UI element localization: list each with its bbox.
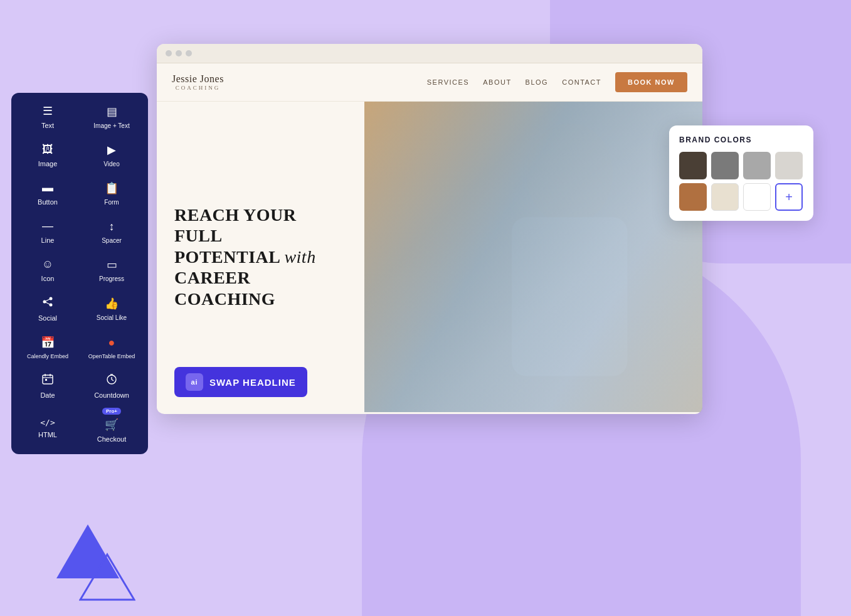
ai-badge: ai: [186, 373, 203, 391]
swatch-medium-gray[interactable]: [711, 152, 739, 179]
sidebar-item-social-like-label: Social Like: [97, 314, 127, 321]
sidebar-item-spacer[interactable]: ↕ Spacer: [80, 213, 143, 250]
browser-content: Jessie Jones COACHING SERVICES ABOUT BLO…: [157, 63, 702, 412]
brand-colors-title: BRAND COLORS: [679, 135, 803, 144]
sidebar-item-checkout-label: Checkout: [97, 435, 126, 443]
video-icon: ▶: [107, 143, 116, 157]
sidebar-item-line[interactable]: — Line: [16, 213, 79, 250]
social-icon: [42, 296, 53, 311]
sidebar-item-button-label: Button: [38, 198, 58, 206]
headline-line3: CAREER COACHING: [174, 268, 275, 309]
color-swatches: +: [679, 152, 803, 211]
html-icon: </>: [40, 418, 55, 427]
sidebar-item-text[interactable]: ☰ Text: [16, 98, 79, 135]
sidebar-item-icon[interactable]: ☺ Icon: [16, 252, 79, 289]
browser-window: Jessie Jones COACHING SERVICES ABOUT BLO…: [157, 44, 702, 414]
svg-marker-0: [80, 555, 134, 600]
sidebar-item-html[interactable]: </> HTML: [16, 406, 79, 449]
swatch-dark-brown[interactable]: [679, 152, 707, 179]
traffic-light-yellow: [176, 50, 182, 56]
sidebar-item-calendly-label: Calendly Embed: [27, 353, 68, 359]
sidebar-item-checkout[interactable]: Pro+ 🛒 Checkout: [80, 406, 143, 449]
sidebar-item-progress[interactable]: ▭ Progress: [80, 252, 143, 289]
traffic-light-red: [166, 50, 172, 56]
sidebar-item-text-label: Text: [41, 122, 54, 129]
ai-label: ai: [191, 378, 198, 386]
headline-line1: REACH YOUR FULL: [174, 205, 297, 246]
sidebar-item-countdown[interactable]: Countdown: [80, 367, 143, 405]
headline-italic: with: [284, 247, 315, 267]
sidebar-item-image-text[interactable]: ▤ Image + Text: [80, 98, 143, 135]
sidebar-item-button[interactable]: ▬ Button: [16, 175, 79, 212]
site-logo-sub: COACHING: [172, 85, 224, 91]
sidebar-item-social-like[interactable]: 👍 Social Like: [80, 290, 143, 328]
brand-colors-panel: BRAND COLORS +: [669, 125, 813, 221]
swap-headline-label: SWAP HEADLINE: [209, 377, 296, 388]
progress-icon: ▭: [107, 258, 117, 272]
sidebar: ☰ Text ▤ Image + Text 🖼 Image ▶ Video ▬ …: [11, 93, 148, 454]
svg-line-5: [45, 302, 51, 305]
social-like-icon: 👍: [105, 297, 119, 311]
swatch-light-gray[interactable]: [743, 152, 771, 179]
sidebar-item-icon-label: Icon: [41, 275, 55, 282]
sidebar-item-progress-label: Progress: [99, 275, 124, 282]
sidebar-item-opentable-label: OpenTable Embed: [88, 353, 135, 359]
site-logo-name: Jessie Jones: [172, 73, 224, 85]
sidebar-item-spacer-label: Spacer: [102, 237, 122, 244]
nav-about[interactable]: ABOUT: [483, 78, 511, 86]
sidebar-item-image-label: Image: [38, 160, 58, 167]
svg-line-13: [112, 380, 114, 381]
svg-line-4: [45, 299, 51, 302]
nav-services[interactable]: SERVICES: [427, 78, 469, 86]
swatch-warm-brown[interactable]: [679, 183, 707, 211]
icon-icon: ☺: [42, 258, 53, 271]
hero-headline: REACH YOUR FULL POTENTIAL with CAREER CO…: [174, 204, 347, 310]
sidebar-item-date-label: Date: [40, 391, 55, 399]
sidebar-item-calendly[interactable]: 📅 Calendly Embed: [16, 329, 79, 366]
calendly-icon: 📅: [41, 336, 55, 349]
swatch-pale-gray[interactable]: [775, 152, 803, 179]
nav-blog[interactable]: BLOG: [526, 78, 549, 86]
opentable-icon: ●: [108, 336, 115, 349]
line-icon: —: [42, 220, 53, 233]
sidebar-item-countdown-label: Countdown: [94, 391, 129, 399]
date-icon: [42, 373, 53, 388]
swatch-white[interactable]: [743, 183, 771, 211]
hero-section: REACH YOUR FULL POTENTIAL with CAREER CO…: [157, 102, 702, 412]
sidebar-item-line-label: Line: [41, 236, 55, 244]
spacer-icon: ↕: [109, 220, 115, 233]
hero-photo: [364, 102, 702, 412]
image-text-icon: ▤: [107, 105, 117, 119]
button-icon: ▬: [42, 181, 53, 194]
sidebar-item-html-label: HTML: [38, 431, 57, 438]
site-nav: Jessie Jones COACHING SERVICES ABOUT BLO…: [157, 63, 702, 102]
sidebar-item-video[interactable]: ▶ Video: [80, 137, 143, 174]
nav-links: SERVICES ABOUT BLOG CONTACT BOOK NOW: [427, 72, 687, 92]
sidebar-item-image[interactable]: 🖼 Image: [16, 137, 79, 174]
triangle-outline: [79, 552, 135, 602]
add-color-button[interactable]: +: [775, 183, 803, 211]
sidebar-item-date[interactable]: Date: [16, 367, 79, 405]
headline-line2: POTENTIAL: [174, 247, 280, 267]
sidebar-item-form[interactable]: 📋 Form: [80, 175, 143, 212]
image-icon: 🖼: [42, 143, 53, 156]
sidebar-item-opentable[interactable]: ● OpenTable Embed: [80, 329, 143, 366]
sidebar-item-social[interactable]: Social: [16, 290, 79, 328]
traffic-light-green: [186, 50, 192, 56]
nav-contact[interactable]: CONTACT: [562, 78, 601, 86]
sidebar-item-social-label: Social: [38, 314, 57, 322]
countdown-icon: [106, 373, 117, 388]
swatch-cream[interactable]: [711, 183, 739, 211]
site-logo: Jessie Jones COACHING: [172, 73, 224, 91]
swap-headline-button[interactable]: ai SWAP HEADLINE: [174, 367, 307, 397]
sidebar-item-video-label: Video: [103, 161, 119, 167]
svg-rect-10: [45, 379, 47, 381]
checkout-icon: 🛒: [105, 418, 119, 432]
browser-chrome: [157, 44, 702, 63]
form-icon: 📋: [105, 181, 119, 195]
sidebar-item-image-text-label: Image + Text: [93, 122, 129, 129]
hero-left: REACH YOUR FULL POTENTIAL with CAREER CO…: [157, 102, 364, 412]
add-color-label: +: [785, 190, 793, 204]
text-icon: ☰: [43, 104, 53, 118]
book-now-button[interactable]: BOOK NOW: [615, 72, 687, 92]
